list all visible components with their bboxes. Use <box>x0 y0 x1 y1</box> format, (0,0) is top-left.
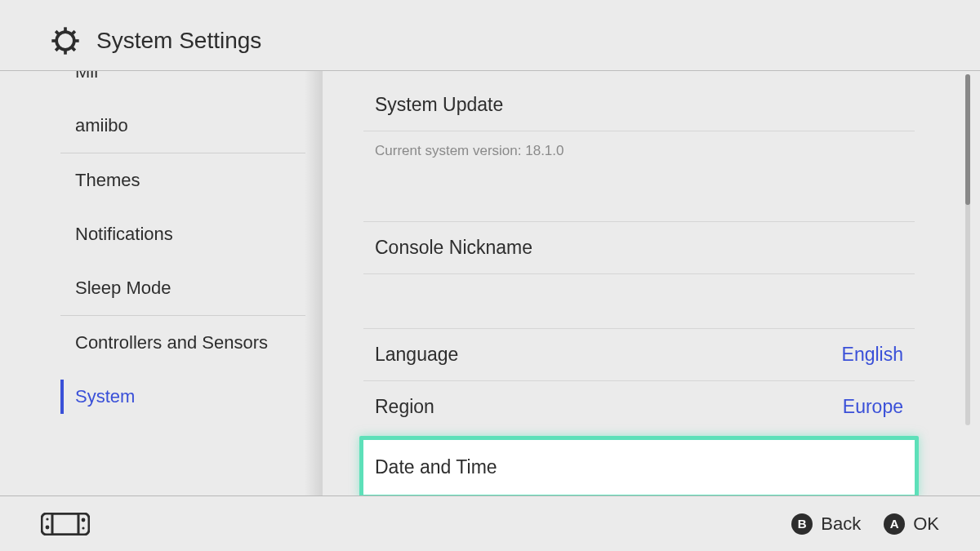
content-panel: System Update Current system version: 18… <box>323 71 980 495</box>
row-label: Language <box>375 344 458 366</box>
sidebar-item-sleep-mode[interactable]: Sleep Mode <box>60 261 323 315</box>
row-date-and-time[interactable]: Date and Time <box>359 436 919 495</box>
sidebar-item-notifications[interactable]: Notifications <box>60 207 323 261</box>
scrollbar[interactable] <box>965 74 970 425</box>
sidebar-item-label: amiibo <box>75 115 128 136</box>
header: System Settings <box>0 0 980 70</box>
svg-point-0 <box>56 32 74 50</box>
svg-rect-9 <box>42 513 89 535</box>
svg-line-6 <box>72 47 75 51</box>
row-label: Console Nickname <box>375 237 532 259</box>
sidebar-item-label: System <box>75 386 135 407</box>
svg-point-11 <box>46 518 48 520</box>
sidebar-item-label: Mii <box>75 71 98 82</box>
sidebar-item-amiibo[interactable]: amiibo <box>60 99 323 153</box>
sidebar-item-label: Notifications <box>75 224 173 244</box>
svg-rect-10 <box>52 513 78 535</box>
row-console-nickname[interactable]: Console Nickname <box>363 221 915 273</box>
row-label: Date and Time <box>375 456 497 478</box>
main-body: Mii amiibo Themes Notifications Sleep Mo… <box>0 71 980 495</box>
row-language[interactable]: Language English <box>363 328 915 380</box>
row-label: System Update <box>375 94 503 116</box>
hint-back[interactable]: B Back <box>791 513 861 535</box>
sidebar: Mii amiibo Themes Notifications Sleep Mo… <box>0 71 323 495</box>
sidebar-item-label: Sleep Mode <box>75 278 171 298</box>
sidebar-item-mii[interactable]: Mii <box>60 71 323 99</box>
row-value: Europe <box>843 396 903 418</box>
system-update-subtext: Current system version: 18.1.0 <box>363 131 915 184</box>
page-title: System Settings <box>96 28 261 54</box>
gear-icon <box>49 24 82 57</box>
a-button-icon: A <box>884 513 905 535</box>
svg-point-13 <box>82 518 86 522</box>
sidebar-item-system[interactable]: System <box>60 370 323 424</box>
console-nickname-divider <box>363 273 915 310</box>
sidebar-item-themes[interactable]: Themes <box>60 153 323 207</box>
svg-line-5 <box>56 31 59 34</box>
hint-label: OK <box>913 513 939 535</box>
row-value: English <box>842 344 903 366</box>
svg-point-12 <box>46 525 50 529</box>
svg-line-7 <box>56 47 59 51</box>
svg-point-14 <box>82 527 84 529</box>
hint-ok[interactable]: A OK <box>884 513 939 535</box>
row-label: Region <box>375 396 434 418</box>
row-system-update[interactable]: System Update <box>363 73 915 131</box>
sidebar-item-label: Controllers and Sensors <box>75 332 268 353</box>
row-region[interactable]: Region Europe <box>363 380 915 433</box>
svg-line-8 <box>72 31 75 34</box>
sidebar-item-controllers-sensors[interactable]: Controllers and Sensors <box>60 316 323 370</box>
footer: B Back A OK <box>0 495 980 551</box>
hint-label: Back <box>821 513 861 535</box>
b-button-icon: B <box>791 513 813 535</box>
scrollbar-thumb[interactable] <box>965 74 970 205</box>
console-icon[interactable] <box>41 513 90 535</box>
sidebar-item-label: Themes <box>75 170 140 190</box>
